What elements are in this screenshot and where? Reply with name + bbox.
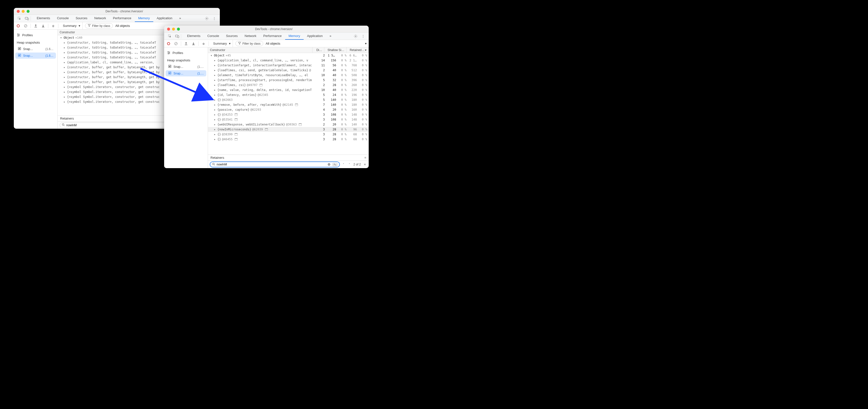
table-row[interactable]: {name, value, rating, delta, entries, id…	[208, 88, 369, 92]
disclosure-icon[interactable]	[60, 36, 63, 39]
class-filter[interactable]: Filter by class	[85, 23, 113, 28]
sidebar-item-snapshot-1[interactable]: Snap… (1.…	[166, 64, 206, 70]
disclosure-icon[interactable]	[214, 74, 216, 77]
tab-network[interactable]: Network	[91, 15, 110, 22]
tab-console[interactable]: Console	[204, 33, 222, 40]
disclosure-icon[interactable]	[214, 113, 216, 116]
table-row[interactable]: {} @3425331080 %1480 %	[208, 112, 369, 117]
save-icon[interactable]	[191, 41, 196, 46]
disclosure-icon[interactable]	[214, 68, 216, 72]
grid-body[interactable]: Object ×45 2 1 556 0 % 6 616 0 % {applic…	[208, 53, 369, 154]
table-row[interactable]: {application_label, cl, command_line, …,…	[208, 58, 369, 63]
disclosure-icon[interactable]	[214, 64, 216, 67]
class-filter[interactable]: Filter by class	[235, 41, 263, 46]
disclosure-icon[interactable]	[214, 138, 216, 141]
tab-sources[interactable]: Sources	[72, 15, 91, 22]
scope-select[interactable]: All objects	[115, 24, 130, 28]
gc-icon[interactable]	[201, 41, 206, 46]
disclosure-icon[interactable]	[64, 76, 66, 79]
tab-elements[interactable]: Elements	[184, 33, 204, 40]
search-input[interactable]	[217, 163, 326, 166]
tab-network[interactable]: Network	[241, 33, 260, 40]
tab-console[interactable]: Console	[54, 15, 72, 22]
disclosure-icon[interactable]	[214, 103, 216, 107]
disclosure-icon[interactable]	[64, 46, 66, 49]
profiles-header[interactable]: Profiles	[14, 32, 57, 39]
view-select[interactable]: Summary▾	[211, 40, 233, 47]
scope-select[interactable]: All objects	[266, 42, 280, 46]
table-row[interactable]: {} @464553280 %680 %	[208, 137, 369, 142]
table-row[interactable]: {passive, capture} @622934200 %1600 %	[208, 107, 369, 112]
clear-icon[interactable]	[174, 41, 179, 46]
disclosure-icon[interactable]	[214, 79, 216, 82]
table-row[interactable]: {loadTimes, csi, send, getVariableValue,…	[208, 68, 369, 73]
inspect-icon[interactable]	[167, 34, 172, 38]
kebab-icon[interactable]: ⋮	[212, 16, 216, 21]
sidebar-item-snapshot-2[interactable]: Snap… (1.…	[166, 70, 206, 77]
table-row[interactable]: {nowInMicroseconds} @620393280 %960 %	[208, 127, 369, 132]
table-row[interactable]: {remove, before, after, replaceWith} @62…	[208, 102, 369, 107]
clear-search-icon[interactable]	[327, 163, 331, 167]
minimize-icon[interactable]	[172, 28, 175, 31]
kebab-icon[interactable]: ⋮	[361, 34, 365, 38]
disclosure-icon[interactable]	[214, 128, 216, 131]
disclosure-icon[interactable]	[64, 61, 66, 64]
disclosure-icon[interactable]	[64, 51, 66, 54]
tab-application[interactable]: Application	[153, 15, 176, 22]
chevron-down-icon[interactable]: ▾	[365, 42, 367, 46]
disclosure-icon[interactable]	[64, 56, 66, 59]
col-shallow-size[interactable]: Shallow Si…	[324, 47, 346, 53]
table-row[interactable]: {} @383993280 %680 %	[208, 132, 369, 137]
disclosure-icon[interactable]	[214, 118, 216, 121]
gear-icon[interactable]	[205, 16, 209, 21]
record-icon[interactable]	[16, 23, 21, 28]
disclosure-icon[interactable]	[214, 83, 216, 87]
disclosure-icon[interactable]	[64, 95, 66, 98]
tab-elements[interactable]: Elements	[33, 15, 54, 22]
disclosure-icon[interactable]	[211, 54, 213, 57]
gc-icon[interactable]	[51, 23, 56, 28]
disclosure-icon[interactable]	[214, 133, 216, 136]
load-icon[interactable]	[33, 23, 38, 28]
inspect-icon[interactable]	[17, 16, 22, 21]
disclosure-icon[interactable]	[64, 90, 66, 94]
search-field[interactable]: Aa	[210, 162, 340, 167]
col-retained-size[interactable]: Retained…▾	[346, 47, 369, 53]
tab-performance[interactable]: Performance	[110, 15, 134, 22]
device-toggle-icon[interactable]	[175, 34, 179, 38]
menu-icon[interactable]: ≡	[364, 156, 366, 159]
next-match-icon[interactable]: ˅	[347, 163, 351, 167]
disclosure-icon[interactable]	[64, 65, 66, 69]
table-row[interactable]: {webUIResponse, webUIListenerCallback} @…	[208, 122, 369, 127]
minimize-icon[interactable]	[22, 10, 25, 13]
table-row[interactable]: {loadTimes, csi} @497072280 %2600 %	[208, 83, 369, 88]
tab-performance[interactable]: Performance	[260, 33, 285, 40]
device-toggle-icon[interactable]	[25, 16, 29, 21]
disclosure-icon[interactable]	[64, 80, 66, 84]
table-row[interactable]: {id, latency, entries} @623455240 %1960 …	[208, 92, 369, 97]
disclosure-icon[interactable]	[214, 59, 216, 62]
zoom-icon[interactable]	[27, 10, 30, 13]
disclosure-icon[interactable]	[214, 98, 216, 101]
disclosure-icon[interactable]	[64, 70, 66, 74]
table-row[interactable]: {startTime, processingStart, processingE…	[208, 78, 369, 83]
close-icon[interactable]	[17, 10, 20, 13]
retainers-header[interactable]: Retainers ≡	[208, 154, 369, 160]
disclosure-icon[interactable]	[214, 123, 216, 126]
more-tabs-icon[interactable]: »	[326, 33, 335, 40]
prev-match-icon[interactable]: ˄	[342, 163, 345, 167]
tab-application[interactable]: Application	[304, 33, 326, 40]
table-row[interactable]: {element, timeToFirstByte, resourceLoadD…	[208, 73, 369, 78]
table-row[interactable]: {} @4266351400 %1800 %	[208, 97, 369, 102]
load-icon[interactable]	[184, 41, 189, 46]
grid-root-row[interactable]: Object ×45 2 1 556 0 % 6 616 0 %	[208, 53, 369, 58]
sidebar-item-snapshot-1[interactable]: Snap… (1.6…	[15, 46, 56, 52]
table-row[interactable]: {interactionTarget, interactionTargetEle…	[208, 63, 369, 68]
disclosure-icon[interactable]	[64, 100, 66, 104]
tab-memory[interactable]: Memory	[285, 33, 304, 40]
disclosure-icon[interactable]	[64, 41, 66, 45]
match-case-toggle[interactable]: Aa	[333, 163, 337, 166]
close-search-icon[interactable]: ✕	[363, 163, 367, 167]
col-constructor[interactable]: Constructor	[208, 47, 312, 53]
tab-sources[interactable]: Sources	[222, 33, 241, 40]
